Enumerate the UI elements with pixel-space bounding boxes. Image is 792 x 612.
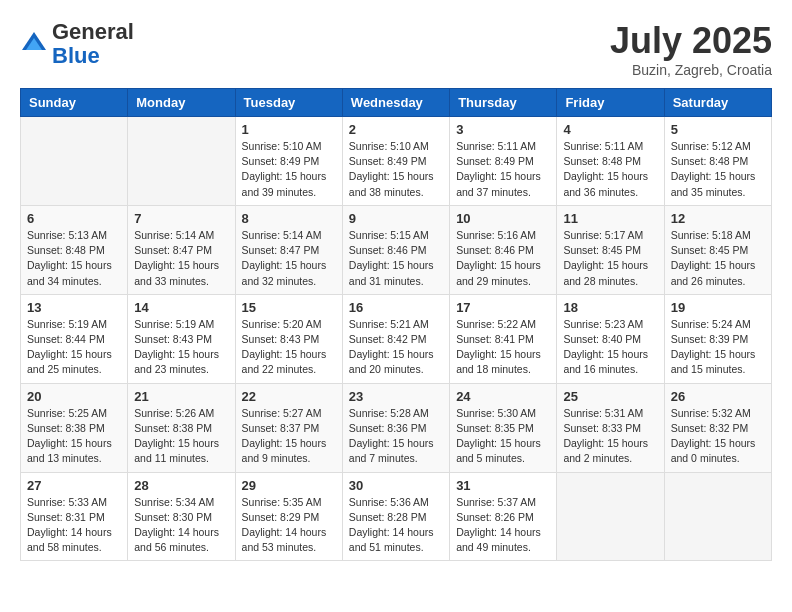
calendar-cell: 9Sunrise: 5:15 AM Sunset: 8:46 PM Daylig…	[342, 205, 449, 294]
day-info: Sunrise: 5:14 AM Sunset: 8:47 PM Dayligh…	[242, 228, 336, 289]
calendar-cell: 3Sunrise: 5:11 AM Sunset: 8:49 PM Daylig…	[450, 117, 557, 206]
day-info: Sunrise: 5:26 AM Sunset: 8:38 PM Dayligh…	[134, 406, 228, 467]
day-number: 4	[563, 122, 657, 137]
day-number: 10	[456, 211, 550, 226]
location-subtitle: Buzin, Zagreb, Croatia	[610, 62, 772, 78]
day-info: Sunrise: 5:33 AM Sunset: 8:31 PM Dayligh…	[27, 495, 121, 556]
calendar-week-row: 13Sunrise: 5:19 AM Sunset: 8:44 PM Dayli…	[21, 294, 772, 383]
day-number: 18	[563, 300, 657, 315]
day-info: Sunrise: 5:22 AM Sunset: 8:41 PM Dayligh…	[456, 317, 550, 378]
calendar-cell: 29Sunrise: 5:35 AM Sunset: 8:29 PM Dayli…	[235, 472, 342, 561]
day-number: 13	[27, 300, 121, 315]
calendar-cell: 15Sunrise: 5:20 AM Sunset: 8:43 PM Dayli…	[235, 294, 342, 383]
calendar-cell: 21Sunrise: 5:26 AM Sunset: 8:38 PM Dayli…	[128, 383, 235, 472]
day-info: Sunrise: 5:31 AM Sunset: 8:33 PM Dayligh…	[563, 406, 657, 467]
logo: General Blue	[20, 20, 134, 68]
day-number: 31	[456, 478, 550, 493]
day-info: Sunrise: 5:13 AM Sunset: 8:48 PM Dayligh…	[27, 228, 121, 289]
day-number: 8	[242, 211, 336, 226]
day-of-week-header: Sunday	[21, 89, 128, 117]
day-number: 22	[242, 389, 336, 404]
day-number: 19	[671, 300, 765, 315]
day-info: Sunrise: 5:14 AM Sunset: 8:47 PM Dayligh…	[134, 228, 228, 289]
title-block: July 2025 Buzin, Zagreb, Croatia	[610, 20, 772, 78]
day-info: Sunrise: 5:34 AM Sunset: 8:30 PM Dayligh…	[134, 495, 228, 556]
day-info: Sunrise: 5:37 AM Sunset: 8:26 PM Dayligh…	[456, 495, 550, 556]
day-number: 24	[456, 389, 550, 404]
month-title: July 2025	[610, 20, 772, 62]
day-number: 14	[134, 300, 228, 315]
day-number: 30	[349, 478, 443, 493]
calendar-cell: 25Sunrise: 5:31 AM Sunset: 8:33 PM Dayli…	[557, 383, 664, 472]
day-info: Sunrise: 5:17 AM Sunset: 8:45 PM Dayligh…	[563, 228, 657, 289]
calendar-cell: 14Sunrise: 5:19 AM Sunset: 8:43 PM Dayli…	[128, 294, 235, 383]
calendar-cell: 7Sunrise: 5:14 AM Sunset: 8:47 PM Daylig…	[128, 205, 235, 294]
day-info: Sunrise: 5:36 AM Sunset: 8:28 PM Dayligh…	[349, 495, 443, 556]
day-info: Sunrise: 5:12 AM Sunset: 8:48 PM Dayligh…	[671, 139, 765, 200]
calendar-cell: 26Sunrise: 5:32 AM Sunset: 8:32 PM Dayli…	[664, 383, 771, 472]
day-of-week-header: Saturday	[664, 89, 771, 117]
day-info: Sunrise: 5:16 AM Sunset: 8:46 PM Dayligh…	[456, 228, 550, 289]
calendar-cell: 13Sunrise: 5:19 AM Sunset: 8:44 PM Dayli…	[21, 294, 128, 383]
day-number: 20	[27, 389, 121, 404]
day-info: Sunrise: 5:25 AM Sunset: 8:38 PM Dayligh…	[27, 406, 121, 467]
calendar-cell: 23Sunrise: 5:28 AM Sunset: 8:36 PM Dayli…	[342, 383, 449, 472]
calendar-header-row: SundayMondayTuesdayWednesdayThursdayFrid…	[21, 89, 772, 117]
day-number: 28	[134, 478, 228, 493]
day-number: 16	[349, 300, 443, 315]
logo-text: General Blue	[52, 20, 134, 68]
calendar-cell: 22Sunrise: 5:27 AM Sunset: 8:37 PM Dayli…	[235, 383, 342, 472]
day-info: Sunrise: 5:18 AM Sunset: 8:45 PM Dayligh…	[671, 228, 765, 289]
day-info: Sunrise: 5:32 AM Sunset: 8:32 PM Dayligh…	[671, 406, 765, 467]
calendar-cell: 5Sunrise: 5:12 AM Sunset: 8:48 PM Daylig…	[664, 117, 771, 206]
calendar-cell	[128, 117, 235, 206]
calendar-cell	[557, 472, 664, 561]
day-of-week-header: Tuesday	[235, 89, 342, 117]
day-number: 26	[671, 389, 765, 404]
day-info: Sunrise: 5:19 AM Sunset: 8:44 PM Dayligh…	[27, 317, 121, 378]
day-info: Sunrise: 5:24 AM Sunset: 8:39 PM Dayligh…	[671, 317, 765, 378]
day-number: 1	[242, 122, 336, 137]
day-info: Sunrise: 5:11 AM Sunset: 8:49 PM Dayligh…	[456, 139, 550, 200]
calendar-cell: 10Sunrise: 5:16 AM Sunset: 8:46 PM Dayli…	[450, 205, 557, 294]
day-number: 29	[242, 478, 336, 493]
calendar-week-row: 6Sunrise: 5:13 AM Sunset: 8:48 PM Daylig…	[21, 205, 772, 294]
day-number: 3	[456, 122, 550, 137]
day-number: 2	[349, 122, 443, 137]
calendar-cell: 17Sunrise: 5:22 AM Sunset: 8:41 PM Dayli…	[450, 294, 557, 383]
day-info: Sunrise: 5:11 AM Sunset: 8:48 PM Dayligh…	[563, 139, 657, 200]
calendar-cell	[21, 117, 128, 206]
day-info: Sunrise: 5:19 AM Sunset: 8:43 PM Dayligh…	[134, 317, 228, 378]
calendar-week-row: 27Sunrise: 5:33 AM Sunset: 8:31 PM Dayli…	[21, 472, 772, 561]
calendar-cell: 12Sunrise: 5:18 AM Sunset: 8:45 PM Dayli…	[664, 205, 771, 294]
calendar-week-row: 1Sunrise: 5:10 AM Sunset: 8:49 PM Daylig…	[21, 117, 772, 206]
day-number: 9	[349, 211, 443, 226]
calendar-cell: 4Sunrise: 5:11 AM Sunset: 8:48 PM Daylig…	[557, 117, 664, 206]
calendar-cell: 18Sunrise: 5:23 AM Sunset: 8:40 PM Dayli…	[557, 294, 664, 383]
calendar-cell: 6Sunrise: 5:13 AM Sunset: 8:48 PM Daylig…	[21, 205, 128, 294]
day-info: Sunrise: 5:30 AM Sunset: 8:35 PM Dayligh…	[456, 406, 550, 467]
day-info: Sunrise: 5:15 AM Sunset: 8:46 PM Dayligh…	[349, 228, 443, 289]
calendar-cell: 2Sunrise: 5:10 AM Sunset: 8:49 PM Daylig…	[342, 117, 449, 206]
day-of-week-header: Thursday	[450, 89, 557, 117]
day-number: 21	[134, 389, 228, 404]
calendar-cell: 20Sunrise: 5:25 AM Sunset: 8:38 PM Dayli…	[21, 383, 128, 472]
calendar-cell: 28Sunrise: 5:34 AM Sunset: 8:30 PM Dayli…	[128, 472, 235, 561]
calendar-cell: 24Sunrise: 5:30 AM Sunset: 8:35 PM Dayli…	[450, 383, 557, 472]
calendar-cell: 30Sunrise: 5:36 AM Sunset: 8:28 PM Dayli…	[342, 472, 449, 561]
day-number: 11	[563, 211, 657, 226]
calendar-table: SundayMondayTuesdayWednesdayThursdayFrid…	[20, 88, 772, 561]
day-number: 25	[563, 389, 657, 404]
calendar-cell: 8Sunrise: 5:14 AM Sunset: 8:47 PM Daylig…	[235, 205, 342, 294]
day-number: 6	[27, 211, 121, 226]
logo-general: General	[52, 19, 134, 44]
logo-blue: Blue	[52, 43, 100, 68]
day-number: 17	[456, 300, 550, 315]
calendar-cell: 11Sunrise: 5:17 AM Sunset: 8:45 PM Dayli…	[557, 205, 664, 294]
day-info: Sunrise: 5:28 AM Sunset: 8:36 PM Dayligh…	[349, 406, 443, 467]
logo-icon	[20, 30, 48, 58]
day-info: Sunrise: 5:10 AM Sunset: 8:49 PM Dayligh…	[349, 139, 443, 200]
day-of-week-header: Wednesday	[342, 89, 449, 117]
day-number: 5	[671, 122, 765, 137]
day-of-week-header: Monday	[128, 89, 235, 117]
